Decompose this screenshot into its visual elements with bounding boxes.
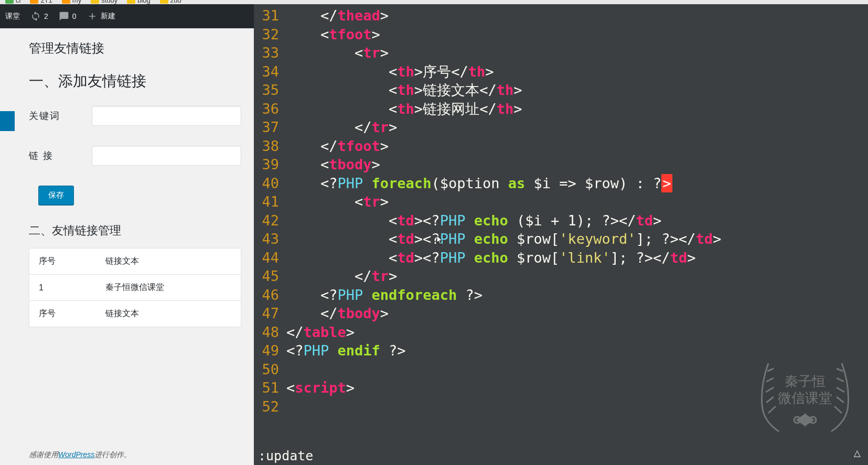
links-table: 序号链接文本 1秦子恒微信课堂 序号链接文本 — [29, 248, 241, 327]
footer-suffix: 进行创作。 — [94, 450, 131, 459]
line-number: 39 — [254, 155, 279, 174]
code-area[interactable]: </thead> <tfoot> <tr> <th>序号</th> <th>链接… — [286, 4, 868, 465]
line-number: 37 — [254, 118, 279, 137]
code-line[interactable]: <td><?PHP echo ($i + 1); ?></td> — [286, 211, 868, 230]
bookmark-item[interactable]: 2T1 — [30, 0, 52, 4]
folder-icon — [5, 0, 14, 4]
comment-icon — [59, 11, 69, 21]
sidebar-active-indicator — [0, 111, 15, 131]
table-footer: 链接文本 — [96, 301, 241, 327]
table-header: 链接文本 — [96, 248, 241, 275]
table-foot: 序号链接文本 — [29, 301, 241, 327]
status-command: :update — [258, 448, 313, 463]
code-line[interactable]: </tr> — [286, 118, 868, 137]
plus-icon — [87, 11, 98, 21]
line-number: 52 — [254, 397, 279, 416]
code-line[interactable]: </tbody> — [286, 304, 868, 323]
code-line[interactable]: </tr> — [286, 267, 868, 286]
code-line[interactable]: <tfoot> — [286, 25, 868, 44]
folder-icon — [62, 0, 70, 4]
keyword-label: 关键词 — [29, 110, 92, 122]
code-line[interactable]: </tfoot> — [286, 137, 868, 156]
new-item[interactable]: 新建 — [87, 11, 115, 21]
bookmark-label: ci — [16, 0, 20, 4]
line-number: 31 — [254, 6, 279, 25]
comments-item[interactable]: 0 — [59, 11, 77, 21]
wordpress-admin-panel: 课堂 2 0 新建 管理友情链接 一、添加友情链接 关键词 链 接 保存 二、友… — [0, 4, 254, 465]
table-header: 序号 — [29, 248, 97, 275]
code-line[interactable]: <tr> — [286, 192, 868, 211]
line-number: 50 — [254, 360, 279, 379]
site-name: 课堂 — [5, 12, 20, 21]
section1-title: 一、添加友情链接 — [29, 71, 241, 91]
line-number: 38 — [254, 137, 279, 156]
bookmark-label: 2T1 — [40, 0, 52, 4]
updates-item[interactable]: 2 — [30, 11, 48, 21]
code-line[interactable]: <th>序号</th> — [286, 62, 868, 81]
line-number: 46 — [254, 286, 279, 305]
line-number: 41 — [254, 192, 279, 211]
code-line[interactable]: <?PHP endforeach ?> — [286, 286, 868, 305]
line-number: 48 — [254, 323, 279, 342]
folder-icon — [30, 0, 38, 4]
table-cell: 1 — [29, 275, 97, 301]
wordpress-link[interactable]: WordPress — [58, 450, 94, 459]
code-line[interactable]: <th>链接文本</th> — [286, 81, 868, 100]
keyword-row: 关键词 — [29, 106, 241, 126]
footer-prefix: 感谢使用 — [29, 450, 58, 459]
wp-content-area: 管理友情链接 一、添加友情链接 关键词 链 接 保存 二、友情链接管理 序号链接… — [0, 28, 254, 465]
bookmark-item[interactable]: blog — [127, 0, 151, 4]
footer-credit: 感谢使用WordPress进行创作。 — [29, 450, 131, 460]
bookmark-item[interactable]: my — [62, 0, 81, 4]
line-number: 32 — [254, 25, 279, 44]
bookmark-bar: ci2T1mystudyblogzuo — [0, 0, 868, 4]
bookmark-item[interactable]: zuo — [160, 0, 181, 4]
code-line[interactable]: <?PHP foreach($option as $i => $row) : ?… — [286, 174, 868, 193]
folder-icon — [127, 0, 135, 4]
code-line[interactable]: <td><?PHP echo $row['keyword']; ?></td> — [286, 230, 868, 248]
line-number: 45 — [254, 267, 279, 286]
line-number: 51 — [254, 379, 279, 397]
link-row: 链 接 — [29, 146, 241, 166]
save-button[interactable]: 保存 — [38, 186, 74, 205]
line-number: 33 — [254, 44, 279, 62]
table-row[interactable]: 1秦子恒微信课堂 — [29, 275, 241, 301]
bookmark-label: blog — [137, 0, 151, 4]
code-line[interactable]: <?PHP endif ?> — [286, 341, 868, 360]
code-line[interactable] — [286, 397, 868, 416]
line-number: 42 — [254, 211, 279, 230]
editor-status-line[interactable]: :update △ — [254, 447, 868, 465]
code-line[interactable]: <tbody> — [286, 155, 868, 174]
bookmark-label: zuo — [170, 0, 181, 4]
wp-admin-bar: 课堂 2 0 新建 — [0, 4, 254, 28]
line-number: 34 — [254, 62, 279, 81]
code-line[interactable]: <script> — [286, 379, 868, 397]
code-line[interactable]: <th>链接网址</th> — [286, 100, 868, 118]
code-line[interactable] — [286, 360, 868, 379]
line-number: 49 — [254, 341, 279, 360]
line-number: 44 — [254, 248, 279, 267]
keyword-input[interactable] — [92, 106, 241, 126]
code-line[interactable]: <tr> — [286, 44, 868, 62]
page-title: 管理友情链接 — [29, 40, 241, 57]
refresh-icon — [30, 11, 41, 21]
bookmark-item[interactable]: study — [91, 0, 117, 4]
code-editor[interactable]: 3132333435363738394041424344454647484950… — [254, 4, 868, 465]
comments-count: 0 — [72, 12, 77, 20]
table-footer: 序号 — [29, 301, 97, 327]
updates-count: 2 — [44, 12, 48, 20]
table-head: 序号链接文本 — [29, 248, 241, 275]
bookmark-label: study — [101, 0, 117, 4]
code-line[interactable]: </table> — [286, 323, 868, 342]
bookmark-label: my — [72, 0, 81, 4]
line-number-gutter: 3132333435363738394041424344454647484950… — [254, 4, 286, 465]
code-line[interactable]: </thead> — [286, 6, 868, 25]
link-input[interactable] — [92, 146, 241, 166]
line-number: 36 — [254, 100, 279, 118]
bookmark-item[interactable]: ci — [5, 0, 20, 4]
folder-icon — [160, 0, 168, 4]
error-triangle-icon: △ — [854, 444, 861, 462]
new-label: 新建 — [101, 12, 115, 21]
code-line[interactable]: <td><?PHP echo $row['link']; ?></td> — [286, 248, 868, 267]
site-name-item[interactable]: 课堂 — [5, 12, 20, 21]
